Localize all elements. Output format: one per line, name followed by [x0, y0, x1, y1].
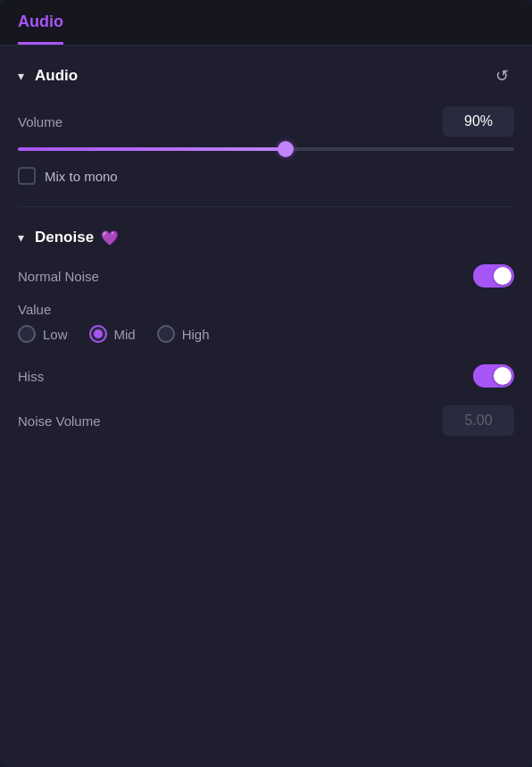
section-divider: [18, 206, 514, 207]
audio-title-group: ▾ Audio: [18, 67, 78, 85]
radio-high-circle: [157, 325, 175, 343]
hiss-toggle-thumb: [494, 367, 511, 385]
volume-label: Volume: [18, 114, 62, 129]
radio-mid-label: Mid: [114, 327, 136, 342]
radio-low-label: Low: [43, 327, 68, 342]
title-bar: Audio: [0, 0, 532, 46]
audio-section: ▾ Audio ↺ Volume 90% Mix to mono: [0, 46, 532, 203]
denoise-collapse-arrow[interactable]: ▾: [18, 230, 24, 245]
app-window: Audio ▾ Audio ↺ Volume 90%: [0, 0, 532, 767]
noise-volume-value-box: 5.00: [443, 405, 514, 436]
audio-tab[interactable]: Audio: [18, 13, 63, 45]
denoise-section-header: ▾ Denoise 💜: [18, 229, 514, 246]
volume-row: Volume 90%: [18, 106, 514, 137]
noise-volume-label: Noise Volume: [18, 413, 101, 429]
radio-high-label: High: [182, 327, 210, 342]
radio-mid-dot: [94, 329, 103, 338]
value-label-container: Value: [18, 302, 514, 318]
audio-reset-button[interactable]: ↺: [489, 63, 514, 88]
radio-high[interactable]: High: [157, 325, 210, 343]
hiss-row: Hiss: [18, 364, 514, 388]
volume-slider-track: [18, 147, 514, 151]
main-content: ▾ Audio ↺ Volume 90% Mix to mono: [0, 46, 532, 767]
denoise-title-group: ▾ Denoise 💜: [18, 229, 119, 246]
value-label: Value: [18, 302, 51, 317]
denoise-section-title: Denoise: [35, 229, 94, 246]
volume-slider-thumb: [278, 141, 294, 157]
normal-noise-label: Normal Noise: [18, 269, 99, 284]
mix-to-mono-row[interactable]: Mix to mono: [18, 167, 514, 185]
denoise-section: ▾ Denoise 💜 Normal Noise Value: [0, 211, 532, 464]
radio-mid-circle: [89, 325, 107, 343]
hiss-toggle-track: [473, 364, 514, 388]
mix-to-mono-label: Mix to mono: [45, 169, 118, 184]
normal-noise-toggle-thumb: [494, 267, 511, 285]
normal-noise-toggle-track: [473, 264, 514, 288]
volume-slider-fill: [18, 147, 286, 151]
radio-low[interactable]: Low: [18, 325, 68, 343]
radio-low-circle: [18, 325, 36, 343]
audio-section-title: Audio: [35, 67, 78, 85]
audio-collapse-arrow[interactable]: ▾: [18, 69, 24, 83]
hiss-label: Hiss: [18, 369, 44, 384]
volume-value-box: 90%: [443, 106, 514, 137]
radio-mid[interactable]: Mid: [89, 325, 136, 343]
mix-to-mono-checkbox[interactable]: [18, 167, 36, 185]
normal-noise-toggle[interactable]: [473, 264, 514, 288]
normal-noise-row: Normal Noise: [18, 264, 514, 288]
audio-section-header: ▾ Audio ↺: [18, 63, 514, 88]
hiss-toggle[interactable]: [473, 364, 514, 388]
radio-group: Low Mid High: [18, 325, 514, 343]
noise-volume-row: Noise Volume 5.00: [18, 405, 514, 436]
denoise-badge: 💜: [101, 229, 119, 246]
volume-slider-container: [18, 147, 514, 151]
